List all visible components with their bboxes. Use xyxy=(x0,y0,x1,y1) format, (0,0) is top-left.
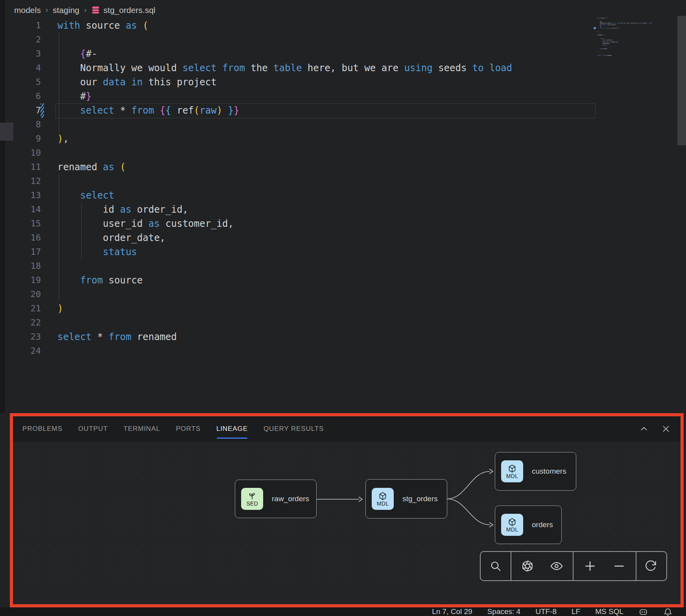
code-line[interactable]: 15 user_id as customer_id, xyxy=(5,217,673,231)
code-line[interactable]: 6 #} xyxy=(5,89,673,103)
code-line[interactable]: 24 xyxy=(5,344,673,358)
toolbar-group xyxy=(481,552,511,580)
code-line[interactable]: 2 xyxy=(5,33,673,47)
line-number[interactable]: 13 xyxy=(5,188,41,202)
code-text: select * from renamed xyxy=(57,330,177,344)
line-number[interactable]: 22 xyxy=(5,316,41,330)
panel-tab-ports[interactable]: PORTS xyxy=(176,423,201,434)
code-line[interactable]: 4 Normally we would select from the tabl… xyxy=(5,61,673,75)
line-number[interactable]: 23 xyxy=(5,330,41,344)
code-line[interactable]: 9), xyxy=(5,132,673,146)
line-number[interactable]: 11 xyxy=(5,160,41,174)
status-language-mode[interactable]: MS SQL xyxy=(595,607,623,616)
line-number[interactable]: 17 xyxy=(5,245,41,259)
code-line[interactable]: 7 select * from {{ ref(raw) }} xyxy=(5,103,673,118)
status-cursor-position[interactable]: Ln 7, Col 29 xyxy=(432,607,472,616)
lineage-eye-button[interactable] xyxy=(544,552,569,580)
code-text: {#- xyxy=(57,47,97,61)
node-label: orders xyxy=(532,520,553,529)
lineage-toolbar xyxy=(480,551,667,581)
lineage-node-orders[interactable]: MDLorders xyxy=(495,506,562,544)
line-number[interactable]: 24 xyxy=(5,344,41,358)
cube-icon xyxy=(507,517,517,527)
line-number[interactable]: 15 xyxy=(5,217,41,231)
bell-icon xyxy=(663,607,673,616)
bottom-panel: PROBLEMSOUTPUTTERMINALPORTSLINEAGEQUERY … xyxy=(10,413,684,607)
status-indentation[interactable]: Spaces: 4 xyxy=(487,607,521,616)
code-lines: 1with source as (23 {#-4 Normally we wou… xyxy=(5,18,673,358)
line-number[interactable]: 10 xyxy=(5,146,41,160)
lineage-zoom-out-button[interactable] xyxy=(607,552,632,580)
code-line[interactable]: 22 xyxy=(5,316,673,330)
line-number[interactable]: 21 xyxy=(5,302,41,316)
panel-tab-terminal[interactable]: TERMINAL xyxy=(124,423,160,434)
line-number[interactable]: 16 xyxy=(5,231,41,245)
line-number[interactable]: 5 xyxy=(5,75,41,89)
line-number[interactable]: 8 xyxy=(5,118,41,132)
line-number[interactable]: 1 xyxy=(5,18,41,33)
lineage-node-raw_orders[interactable]: SEDraw_orders xyxy=(235,480,317,518)
scrollbar[interactable] xyxy=(677,16,686,145)
code-line[interactable]: 10 xyxy=(5,146,673,160)
node-badge-label: MDL xyxy=(377,501,389,507)
code-line[interactable]: 13 select xyxy=(5,188,673,202)
cube-icon xyxy=(378,491,387,501)
lineage-refresh-button[interactable] xyxy=(638,552,663,580)
code-line[interactable]: 23select * from renamed xyxy=(5,330,673,344)
code-line[interactable]: 17 status xyxy=(5,245,673,259)
status-encoding[interactable]: UTF-8 xyxy=(535,607,557,616)
line-number[interactable]: 3 xyxy=(5,47,41,61)
line-number[interactable]: 14 xyxy=(5,202,41,217)
lineage-node-customers[interactable]: MDLcustomers xyxy=(495,452,576,491)
lineage-search-button[interactable] xyxy=(483,552,508,580)
panel-tab-problems[interactable]: PROBLEMS xyxy=(22,423,63,434)
lineage-aperture-button[interactable] xyxy=(515,552,540,580)
lineage-node-stg_orders[interactable]: MDLstg_orders xyxy=(365,479,447,519)
cube-badge: MDL xyxy=(372,488,394,510)
code-line[interactable]: 11renamed as ( xyxy=(5,160,673,174)
panel-close-button[interactable] xyxy=(661,424,671,434)
line-number[interactable]: 9 xyxy=(5,132,41,146)
line-number[interactable]: 7 xyxy=(5,103,41,118)
code-line[interactable]: 21) xyxy=(5,302,673,316)
code-line[interactable]: 18 xyxy=(5,259,673,273)
notifications-button[interactable] xyxy=(663,607,673,616)
line-number[interactable]: 12 xyxy=(5,174,41,188)
line-number[interactable]: 4 xyxy=(5,61,41,75)
code-line[interactable]: 20 xyxy=(5,287,673,302)
code-line[interactable]: 12 xyxy=(5,174,673,188)
line-number[interactable]: 6 xyxy=(5,89,41,103)
seedling-icon xyxy=(247,491,257,501)
code-line[interactable]: 3 {#- xyxy=(5,47,673,61)
cube-icon xyxy=(507,464,517,473)
code-line[interactable]: 14 id as order_id, xyxy=(5,202,673,217)
panel-tab-query-results[interactable]: QUERY RESULTS xyxy=(264,423,324,434)
copilot-button[interactable] xyxy=(638,607,648,616)
copilot-icon xyxy=(638,607,648,616)
lineage-zoom-in-button[interactable] xyxy=(577,552,603,580)
panel-tab-output[interactable]: OUTPUT xyxy=(78,423,108,434)
lineage-graph-canvas[interactable]: SEDraw_ordersMDLstg_ordersMDLcustomersMD… xyxy=(13,441,680,604)
code-line[interactable]: 8 xyxy=(5,118,673,132)
line-number[interactable]: 19 xyxy=(5,273,41,287)
line-number[interactable]: 20 xyxy=(5,287,41,302)
code-text: id as order_id, xyxy=(57,202,188,217)
breadcrumb-item-file[interactable]: stg_orders.sql xyxy=(91,6,155,15)
code-line[interactable]: 5 our data in this project xyxy=(5,75,673,89)
panel-tab-lineage[interactable]: LINEAGE xyxy=(216,423,248,434)
line-number[interactable]: 2 xyxy=(5,33,41,47)
code-editor[interactable]: 1with source as (23 {#-4 Normally we wou… xyxy=(5,18,673,358)
close-icon xyxy=(661,424,671,434)
code-line[interactable]: 19 from source xyxy=(5,273,673,287)
code-line[interactable]: 1with source as ( xyxy=(5,18,673,33)
minimap[interactable]: with source as ( {#- Normally we would s… xyxy=(597,17,677,64)
panel-maximize-button[interactable] xyxy=(639,424,649,434)
breadcrumb-item-models[interactable]: models xyxy=(14,6,41,15)
code-line[interactable]: 16 order_date, xyxy=(5,231,673,245)
panel-tab-bar: PROBLEMSOUTPUTTERMINALPORTSLINEAGEQUERY … xyxy=(13,416,680,441)
zoom-in-icon xyxy=(583,559,597,573)
status-eol[interactable]: LF xyxy=(572,607,580,616)
breadcrumb-item-staging[interactable]: staging xyxy=(53,6,79,15)
line-number[interactable]: 18 xyxy=(5,259,41,273)
code-text: user_id as customer_id, xyxy=(57,217,234,231)
